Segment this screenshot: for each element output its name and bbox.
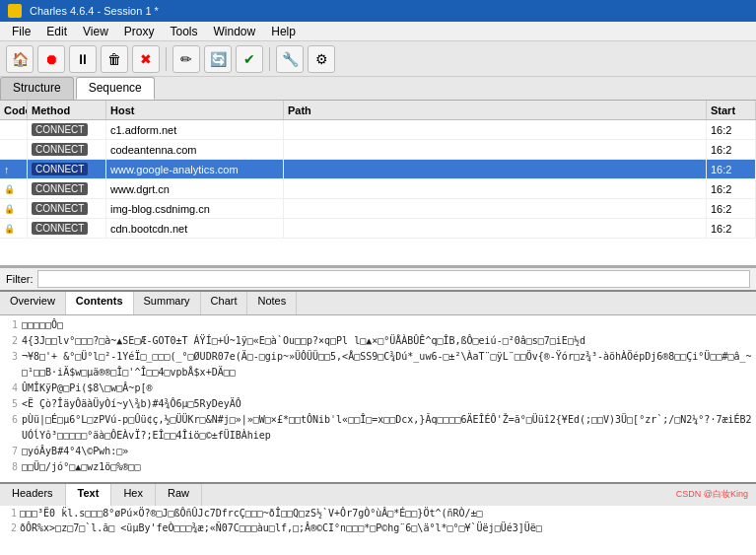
row-method: CONNECT (28, 120, 106, 139)
toolbar-separator-1 (166, 47, 167, 71)
row-method: CONNECT (28, 219, 106, 238)
tab-notes[interactable]: Notes (247, 292, 297, 314)
detail-line-num: 4 (2, 381, 22, 396)
app-icon (8, 4, 22, 18)
row-code: 🔒 (0, 199, 28, 218)
row-host: img-blog.csdnimg.cn (106, 199, 284, 218)
toolbar: 🏠 ⏺ ⏸ 🗑 ✖ ✏ 🔄 ✔ 🔧 ⚙ (0, 41, 756, 77)
title-bar: Charles 4.6.4 - Session 1 * (0, 0, 756, 22)
row-code: 🔒 (0, 219, 28, 238)
detail-line-num: 6 (2, 412, 22, 444)
row-method: CONNECT (28, 179, 106, 198)
detail-line-num: 2 (2, 333, 22, 349)
row-path (284, 140, 707, 159)
filter-input[interactable] (37, 270, 751, 288)
record-button[interactable]: ⏺ (37, 45, 65, 73)
detail-line: 3¬¥8□'+ &°□Ü°l□²-1YéÏ□_□□□(_°□ØUDR07e(Ä□… (2, 349, 754, 381)
bottom-line-text: □□□³Ë0 k̈l.s□□□8°øPú×Ö?®□J□ßÔñÛJc7DfrcÇ□… (20, 508, 754, 522)
detail-line: 6pÙü|□É□µ6°L□zPVú-p□Ûü¢ç,½□ÜÜKr□&N#j□»|»… (2, 412, 754, 444)
col-method: Method (28, 101, 106, 119)
table-row[interactable]: CONNECT c1.adform.net 16:2 (0, 120, 756, 140)
stop-button[interactable]: ✖ (132, 45, 160, 73)
detail-line-text: <Ë Çò?ÎäyÔäàÜyÒí~y\¾b)#4¾Ô6µ□5RyDeyÄÔ (22, 396, 754, 412)
detail-line-num: 8 (2, 459, 22, 475)
arrow-icon: ↑ (4, 164, 10, 175)
menu-view[interactable]: View (75, 23, 116, 40)
table-row-selected[interactable]: ↑ CONNECT www.google-analytics.com 16:2 (0, 160, 756, 179)
row-start: 16:2 (707, 199, 756, 218)
method-label: CONNECT (32, 182, 88, 195)
settings-button[interactable]: 🔧 (276, 45, 304, 73)
home-button[interactable]: 🏠 (6, 45, 34, 73)
row-start: 16:2 (707, 219, 756, 238)
row-code: 🔒 (0, 179, 28, 198)
edit-button[interactable]: ✏ (172, 45, 200, 73)
menu-proxy[interactable]: Proxy (116, 23, 163, 40)
tab-contents[interactable]: Contents (66, 292, 134, 314)
row-method: CONNECT (28, 160, 106, 178)
table-header: Code Method Host Path Start (0, 101, 756, 120)
detail-line-text: □yóÂyB#4°4\©Pwh:□» (22, 444, 754, 459)
main-tabs: Structure Sequence (0, 77, 756, 101)
clear-button[interactable]: 🗑 (101, 45, 128, 73)
row-host: cdn.bootcdn.net (106, 219, 284, 238)
row-method: CONNECT (28, 140, 106, 159)
col-host: Host (106, 101, 284, 119)
tab-hex[interactable]: Hex (111, 484, 156, 506)
table-row[interactable]: CONNECT codeantenna.com 16:2 (0, 140, 756, 160)
method-label: CONNECT (32, 143, 88, 156)
tab-overview[interactable]: Overview (0, 292, 66, 314)
tab-summary[interactable]: Summary (134, 292, 201, 314)
col-code: Code (0, 101, 28, 119)
detail-line-num: 3 (2, 349, 22, 381)
row-path (284, 179, 707, 198)
detail-line-num: 7 (2, 444, 22, 459)
watermark: CSDN @白妆King (676, 488, 748, 501)
bottom-content: 1□□□³Ë0 k̈l.s□□□8°øPú×Ö?®□J□ßÔñÛJc7DfrcÇ… (0, 506, 756, 555)
method-label: CONNECT (32, 202, 88, 215)
row-code (0, 120, 28, 139)
row-start: 16:2 (707, 140, 756, 159)
menu-bar: File Edit View Proxy Tools Window Help (0, 22, 756, 41)
menu-file[interactable]: File (4, 23, 38, 40)
detail-line-text: pÙü|□É□µ6°L□zPVú-p□Ûü¢ç,½□ÜÜKr□&N#j□»|»□… (22, 412, 754, 444)
table-row[interactable]: 🔒 CONNECT img-blog.csdnimg.cn 16:2 (0, 199, 756, 219)
row-path (284, 219, 707, 238)
title-text: Charles 4.6.4 - Session 1 * (30, 5, 159, 17)
detail-line: 7□yóÂyB#4°4\©Pwh:□» (2, 444, 754, 459)
row-code: ↑ (0, 160, 28, 178)
lock-icon: 🔒 (4, 184, 15, 194)
table-row[interactable]: 🔒 CONNECT cdn.bootcdn.net 16:2 (0, 219, 756, 239)
menu-window[interactable]: Window (206, 23, 264, 40)
col-start: Start (707, 101, 756, 119)
row-path (284, 160, 707, 178)
filter-bar: Filter: (0, 268, 756, 292)
method-label: CONNECT (32, 123, 88, 136)
tab-text[interactable]: Text (66, 484, 112, 506)
detail-tabs: Overview Contents Summary Chart Notes (0, 292, 756, 315)
check-button[interactable]: ✔ (236, 45, 263, 73)
refresh-button[interactable]: 🔄 (204, 45, 232, 73)
bottom-tabs: Headers Text Hex Raw (0, 482, 756, 506)
menu-tools[interactable]: Tools (163, 23, 206, 40)
detail-line-text: □□□□□Ô□ (22, 317, 754, 333)
tab-chart[interactable]: Chart (201, 292, 248, 314)
tab-raw[interactable]: Raw (156, 484, 202, 506)
bottom-line-num: 2 (2, 522, 20, 537)
toolbar-separator-2 (269, 47, 270, 71)
tab-headers[interactable]: Headers (0, 484, 66, 506)
detail-line: 24{3J□□lv°□□□?□à~▲SE□Æ-GOT0±T ÁŸÍ□+Ú~1ÿ□… (2, 333, 754, 349)
tab-sequence[interactable]: Sequence (76, 77, 155, 100)
bottom-line: 1□□□³Ë0 k̈l.s□□□8°øPú×Ö?®□J□ßÔñÛJc7DfrcÇ… (2, 508, 754, 522)
row-start: 16:2 (707, 179, 756, 198)
row-code (0, 140, 28, 159)
pause-button[interactable]: ⏸ (69, 45, 97, 73)
tab-structure[interactable]: Structure (0, 77, 74, 100)
method-label: CONNECT (32, 163, 88, 175)
menu-edit[interactable]: Edit (38, 23, 75, 40)
table-row[interactable]: 🔒 CONNECT www.dgrt.cn 16:2 (0, 179, 756, 199)
main-panel: Code Method Host Path Start CONNECT c1.a… (0, 101, 756, 555)
detail-content: 1□□□□□Ô□24{3J□□lv°□□□?□à~▲SE□Æ-GOT0±T ÁŸ… (0, 315, 756, 482)
gear-button[interactable]: ⚙ (308, 45, 335, 73)
menu-help[interactable]: Help (263, 23, 304, 40)
